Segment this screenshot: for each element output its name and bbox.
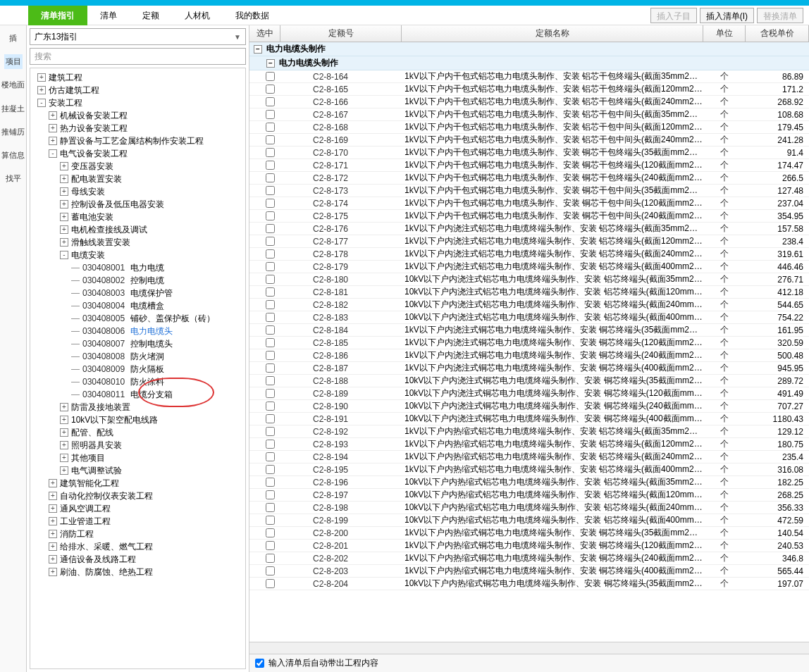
section-header-1[interactable]: − 电力电缆头制作 bbox=[249, 42, 809, 56]
row-checkbox[interactable] bbox=[266, 173, 275, 182]
stub-item[interactable]: 推铺历 bbox=[0, 125, 26, 139]
tree-node[interactable]: —030408003电缆保护管 bbox=[30, 287, 245, 299]
table-row[interactable]: C2-8-1671kV以下户内干包式铝芯电力电缆头制作、安装 铝芯干包中间头(截… bbox=[249, 108, 809, 121]
stub-item[interactable]: 找平 bbox=[4, 171, 23, 186]
tree-node[interactable]: +配电装置安装 bbox=[30, 173, 245, 185]
table-row[interactable]: C2-8-1841kV以下户内浇注式铜芯电力电缆终端头制作、安装 铜芯终端头(3… bbox=[249, 324, 809, 337]
tab-3[interactable]: 人材机 bbox=[172, 6, 223, 25]
tree-node[interactable]: +通风空调工程 bbox=[30, 502, 245, 515]
tab-1[interactable]: 清单 bbox=[87, 6, 130, 25]
row-checkbox[interactable] bbox=[266, 414, 275, 423]
row-checkbox[interactable] bbox=[266, 579, 275, 588]
table-row[interactable]: C2-8-1681kV以下户内干包式铝芯电力电缆头制作、安装 铝芯干包中间头(截… bbox=[249, 121, 809, 134]
row-checkbox[interactable] bbox=[266, 554, 275, 563]
tree-node[interactable]: —030408006电力电缆头 bbox=[30, 325, 245, 337]
tree-node[interactable]: +照明器具安装 bbox=[30, 439, 245, 452]
col-select[interactable]: 选中 bbox=[249, 25, 280, 42]
table-row[interactable]: C2-8-19910kV以下户内热缩式铝芯电力电缆终端头制作、安装 铝芯终端头(… bbox=[249, 514, 809, 527]
tree-node[interactable]: +刷油、防腐蚀、绝热工程 bbox=[30, 566, 245, 578]
table-row[interactable]: C2-8-1741kV以下户内干包式铜芯电力电缆头制作、安装 铜芯干包中间头(1… bbox=[249, 197, 809, 210]
row-checkbox[interactable] bbox=[266, 325, 275, 335]
tree-node[interactable]: —030408009防火隔板 bbox=[30, 363, 245, 375]
auto-fill-checkbox[interactable] bbox=[255, 659, 264, 668]
table-row[interactable]: C2-8-1731kV以下户内干包式铜芯电力电缆头制作、安装 铜芯干包中间头(3… bbox=[249, 185, 809, 197]
row-checkbox[interactable] bbox=[266, 287, 275, 297]
col-quota-no[interactable]: 定额号 bbox=[280, 25, 402, 42]
collapse-icon[interactable]: − bbox=[254, 45, 262, 54]
table-row[interactable]: C2-8-1701kV以下户内干包式铜芯电力电缆头制作、安装 铜芯干包终端头(3… bbox=[249, 147, 809, 159]
row-checkbox[interactable] bbox=[266, 249, 275, 259]
row-checkbox[interactable] bbox=[266, 528, 275, 537]
row-checkbox[interactable] bbox=[266, 363, 275, 373]
row-checkbox[interactable] bbox=[266, 465, 275, 474]
table-row[interactable]: C2-8-18910kV以下户内浇注式铜芯电力电缆终端头制作、安装 铜芯终端头(… bbox=[249, 387, 809, 400]
row-checkbox[interactable] bbox=[266, 427, 275, 436]
row-checkbox[interactable] bbox=[266, 85, 275, 94]
col-quota-name[interactable]: 定额名称 bbox=[402, 25, 703, 42]
table-row[interactable]: C2-8-19010kV以下户内浇注式铜芯电力电缆终端头制作、安装 铜芯终端头(… bbox=[249, 400, 809, 413]
tree-node[interactable]: +蓄电池安装 bbox=[30, 211, 245, 223]
insert-child-button[interactable]: 插入子目 bbox=[650, 8, 697, 23]
row-checkbox[interactable] bbox=[266, 224, 275, 233]
row-checkbox[interactable] bbox=[266, 237, 275, 246]
row-checkbox[interactable] bbox=[266, 338, 275, 347]
row-checkbox[interactable] bbox=[266, 490, 275, 499]
tab-4[interactable]: 我的数据 bbox=[223, 6, 282, 25]
table-row[interactable]: C2-8-1711kV以下户内干包式铜芯电力电缆头制作、安装 铜芯干包终端头(1… bbox=[249, 159, 809, 172]
tree-node[interactable]: +静置设备与工艺金属结构制作安装工程 bbox=[30, 135, 245, 147]
tab-2[interactable]: 定额 bbox=[130, 6, 172, 25]
tree-node[interactable]: -电缆安装 bbox=[30, 249, 245, 261]
table-row[interactable]: C2-8-1861kV以下户内浇注式铜芯电力电缆终端头制作、安装 铜芯终端头(2… bbox=[249, 349, 809, 362]
tree-node[interactable]: —030408004电缆槽盒 bbox=[30, 299, 245, 312]
table-row[interactable]: C2-8-20410kV以下户内热缩式铜芯电力电缆终端头制作、安装 铜芯终端头(… bbox=[249, 578, 809, 590]
row-checkbox[interactable] bbox=[266, 262, 275, 271]
tree-node[interactable]: +建筑工程 bbox=[30, 71, 245, 84]
tree-node[interactable]: +防雷及接地装置 bbox=[30, 401, 245, 413]
section-header-2[interactable]: − 电力电缆头制作 bbox=[249, 56, 809, 70]
row-checkbox[interactable] bbox=[266, 566, 275, 575]
tree-node[interactable]: +滑触线装置安装 bbox=[30, 236, 245, 249]
row-checkbox[interactable] bbox=[266, 503, 275, 512]
tree-node[interactable]: —030408005铺砂、盖保护板（砖） bbox=[30, 312, 245, 325]
table-row[interactable]: C2-8-1871kV以下户内浇注式铜芯电力电缆终端头制作、安装 铜芯终端头(4… bbox=[249, 362, 809, 375]
table-row[interactable]: C2-8-2031kV以下户内热缩式铜芯电力电缆终端头制作、安装 铜芯终端头(4… bbox=[249, 565, 809, 578]
row-checkbox[interactable] bbox=[266, 199, 275, 208]
tree-node[interactable]: -电气设备安装工程 bbox=[30, 147, 245, 160]
row-checkbox[interactable] bbox=[266, 440, 275, 449]
tree-node[interactable]: +电气调整试验 bbox=[30, 464, 245, 477]
replace-list-button[interactable]: 替换清单 bbox=[757, 8, 803, 23]
table-row[interactable]: C2-8-1691kV以下户内干包式铝芯电力电缆头制作、安装 铝芯干包中间头(截… bbox=[249, 134, 809, 147]
table-row[interactable]: C2-8-19710kV以下户内热缩式铝芯电力电缆终端头制作、安装 铝芯终端头(… bbox=[249, 489, 809, 502]
tree-node[interactable]: —030408010防火涂料 bbox=[30, 375, 245, 388]
table-row[interactable]: C2-8-18310kV以下户内浇注式铝芯电力电缆终端头制作、安装 铝芯终端头(… bbox=[249, 311, 809, 324]
tree-node[interactable]: +热力设备安装工程 bbox=[30, 122, 245, 135]
tree-node[interactable]: +给排水、采暖、燃气工程 bbox=[30, 540, 245, 553]
tab-0[interactable]: 清单指引 bbox=[28, 6, 87, 25]
row-checkbox[interactable] bbox=[266, 313, 275, 322]
table-row[interactable]: C2-8-1851kV以下户内浇注式铜芯电力电缆终端头制作、安装 铜芯终端头(1… bbox=[249, 337, 809, 349]
table-row[interactable]: C2-8-2021kV以下户内热缩式铜芯电力电缆终端头制作、安装 铜芯终端头(2… bbox=[249, 552, 809, 565]
table-row[interactable]: C2-8-1641kV以下户内干包式铝芯电力电缆头制作、安装 铝芯干包终端头(截… bbox=[249, 70, 809, 83]
tree-node[interactable]: +自动化控制仪表安装工程 bbox=[30, 490, 245, 502]
tree-node[interactable]: +机械设备安装工程 bbox=[30, 109, 245, 122]
tree-node[interactable]: +控制设备及低压电器安装 bbox=[30, 198, 245, 211]
tree-node[interactable]: +工业管道工程 bbox=[30, 515, 245, 528]
stub-item[interactable]: 挂凝土 bbox=[0, 101, 26, 116]
row-checkbox[interactable] bbox=[266, 97, 275, 106]
row-checkbox[interactable] bbox=[266, 351, 275, 360]
stub-item[interactable]: 项目 bbox=[4, 54, 23, 69]
collapse-icon[interactable]: − bbox=[266, 59, 275, 68]
table-row[interactable]: C2-8-1951kV以下户内热缩式铝芯电力电缆终端头制作、安装 铝芯终端头(截… bbox=[249, 463, 809, 476]
row-checkbox[interactable] bbox=[266, 161, 275, 170]
table-row[interactable]: C2-8-1931kV以下户内热缩式铝芯电力电缆终端头制作、安装 铝芯终端头(截… bbox=[249, 438, 809, 451]
row-checkbox[interactable] bbox=[266, 478, 275, 487]
guide-combo[interactable]: 广东13指引 ▼ bbox=[30, 28, 246, 45]
tree-node[interactable]: +母线安装 bbox=[30, 185, 245, 198]
tree-node[interactable]: +其他项目 bbox=[30, 452, 245, 464]
table-row[interactable]: C2-8-2011kV以下户内热缩式铜芯电力电缆终端头制作、安装 铜芯终端头(1… bbox=[249, 540, 809, 552]
tree-node[interactable]: +配管、配线 bbox=[30, 426, 245, 439]
row-checkbox[interactable] bbox=[266, 123, 275, 132]
table-row[interactable]: C2-8-1721kV以下户内干包式铜芯电力电缆头制作、安装 铜芯干包终端头(2… bbox=[249, 172, 809, 185]
row-checkbox[interactable] bbox=[266, 452, 275, 461]
table-row[interactable]: C2-8-19810kV以下户内热缩式铝芯电力电缆终端头制作、安装 铝芯终端头(… bbox=[249, 502, 809, 514]
